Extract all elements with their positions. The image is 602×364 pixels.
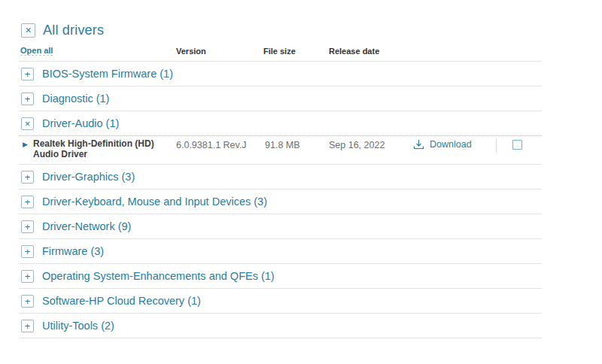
- plus-icon: +: [25, 320, 31, 332]
- driver-row-realtek-audio: ▶ Realtek High-Definition (HD) Audio Dri…: [19, 136, 542, 165]
- row-divider: [496, 138, 497, 153]
- plus-icon: +: [25, 171, 31, 183]
- all-drivers-panel: × All drivers Open all Version File size…: [19, 0, 542, 338]
- section-row-bios-system-firmware[interactable]: + BIOS-System Firmware (1): [19, 62, 542, 86]
- page-title: All drivers: [43, 23, 104, 38]
- column-header-version: Version: [176, 47, 206, 56]
- section-label: Utility-Tools (2): [42, 320, 114, 332]
- section-row-firmware[interactable]: + Firmware (3): [19, 239, 542, 264]
- column-header-release-date: Release date: [329, 47, 379, 56]
- close-icon: ×: [25, 118, 31, 129]
- driver-name: Realtek High-Definition (HD) Audio Drive…: [33, 138, 167, 159]
- section-row-os-enhancements-qfes[interactable]: + Operating System-Enhancements and QFEs…: [19, 264, 542, 289]
- plus-icon: +: [25, 68, 31, 80]
- plus-icon: +: [25, 221, 31, 232]
- section-label: Driver-Audio (1): [42, 117, 119, 129]
- section-row-driver-graphics[interactable]: + Driver-Graphics (3): [19, 165, 542, 190]
- section-label: Operating System-Enhancements and QFEs (…: [42, 270, 275, 282]
- section-label: Firmware (3): [42, 245, 104, 257]
- plus-icon: +: [25, 246, 31, 257]
- driver-version: 6.0.9381.1 Rev.J: [176, 140, 247, 150]
- expand-button[interactable]: +: [21, 270, 34, 283]
- plus-icon: +: [25, 93, 31, 105]
- expand-button[interactable]: +: [21, 245, 34, 258]
- section-row-diagnostic[interactable]: + Diagnostic (1): [19, 86, 542, 111]
- column-header-file-size: File size: [263, 47, 296, 56]
- section-label: Driver-Network (9): [42, 220, 131, 232]
- section-label: Software-HP Cloud Recovery (1): [42, 295, 201, 307]
- driver-select-checkbox[interactable]: [512, 140, 522, 150]
- section-row-software-hp-cloud-recovery[interactable]: + Software-HP Cloud Recovery (1): [19, 289, 542, 314]
- expand-button[interactable]: +: [21, 320, 34, 332]
- section-row-driver-network[interactable]: + Driver-Network (9): [19, 214, 542, 239]
- all-drivers-header: × All drivers: [21, 22, 542, 38]
- plus-icon: +: [25, 296, 31, 307]
- expand-button[interactable]: +: [21, 196, 34, 208]
- driver-file-size: 91.8 MB: [265, 140, 300, 150]
- expand-button[interactable]: +: [21, 295, 34, 308]
- plus-icon: +: [25, 196, 31, 208]
- close-icon: ×: [25, 24, 31, 36]
- expand-button[interactable]: +: [21, 220, 34, 233]
- collapse-all-drivers-button[interactable]: ×: [21, 23, 35, 38]
- plus-icon: +: [25, 271, 31, 282]
- download-label: Download: [430, 139, 472, 150]
- expand-button[interactable]: +: [21, 68, 34, 80]
- section-label: Driver-Keyboard, Mouse and Input Devices…: [42, 196, 267, 208]
- expand-button[interactable]: +: [21, 171, 34, 184]
- download-button[interactable]: Download: [413, 139, 472, 150]
- driver-release-date: Sep 16, 2022: [329, 140, 385, 150]
- open-all-link[interactable]: Open all: [20, 46, 53, 56]
- section-label: BIOS-System Firmware (1): [42, 68, 173, 80]
- section-label: Diagnostic (1): [42, 93, 109, 105]
- section-row-utility-tools[interactable]: + Utility-Tools (2): [19, 314, 542, 338]
- collapse-button[interactable]: ×: [21, 117, 34, 130]
- download-icon: [413, 139, 424, 150]
- section-row-driver-keyboard-mouse-input[interactable]: + Driver-Keyboard, Mouse and Input Devic…: [19, 190, 542, 214]
- section-label: Driver-Graphics (3): [42, 171, 135, 183]
- section-row-driver-audio[interactable]: × Driver-Audio (1): [19, 111, 542, 136]
- list-toolbar: Open all Version File size Release date: [19, 38, 542, 62]
- expand-button[interactable]: +: [21, 93, 34, 105]
- expand-details-caret-icon[interactable]: ▶: [23, 141, 28, 148]
